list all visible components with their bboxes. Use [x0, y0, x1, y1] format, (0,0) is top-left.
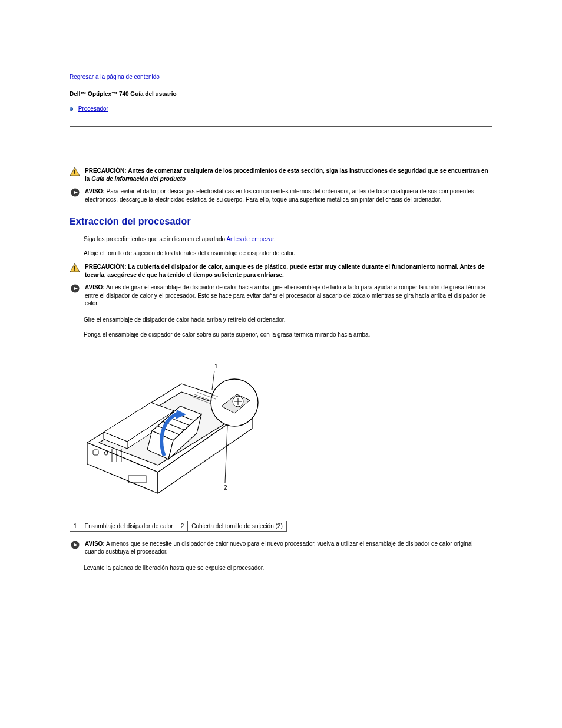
notice-icon: [70, 284, 80, 308]
notice-text-3: A menos que se necesite un disipador de …: [85, 541, 473, 555]
notice-label: AVISO:: [85, 188, 105, 195]
caution-block: PRECAUCIÓN: Antes de comenzar cualquiera…: [70, 167, 492, 183]
cell-num-2: 2: [177, 521, 188, 531]
svg-text:2: 2: [224, 485, 227, 491]
svg-rect-6: [74, 266, 75, 269]
toc-link-procesador[interactable]: Procesador: [78, 106, 108, 112]
step-3: Gire el ensamblaje de disipador de calor…: [84, 316, 492, 339]
notice-block: AVISO: Para evitar el daño por descargas…: [70, 187, 492, 203]
caution-block-2: PRECAUCIÓN: La cubierta del disipador de…: [70, 263, 492, 279]
notice-block-3: AVISO: A menos que se necesite un disipa…: [70, 540, 492, 556]
caution-em: Guía de información del producto: [91, 176, 186, 182]
back-to-contents-link[interactable]: Regresar a la página de contenido: [70, 74, 160, 80]
caution-text-2: La cubierta del disipador de calor, aunq…: [85, 263, 485, 278]
step-1: Siga los procedimientos que se indican e…: [84, 235, 492, 243]
cell-num-1: 1: [70, 521, 81, 531]
caution-label: PRECAUCIÓN:: [85, 167, 127, 174]
doc-subtitle: Dell™ Optiplex™ 740 Guía del usuario: [70, 91, 492, 97]
parts-table: 1 Ensamblaje del disipador de calor 2 Cu…: [70, 521, 287, 532]
toc-row: Procesador: [70, 106, 492, 112]
figure-svg: 1 2: [75, 360, 264, 502]
link-antes-de-empezar[interactable]: Antes de empezar: [226, 236, 274, 242]
bullet-icon: [70, 107, 73, 111]
figure-heatsink: 1 2: [75, 360, 492, 503]
step-1-text: Siga los procedimientos que se indican e…: [84, 236, 225, 242]
notice-icon: [70, 187, 80, 203]
svg-line-36: [212, 371, 214, 390]
svg-rect-2: [74, 173, 75, 174]
svg-rect-1: [74, 170, 75, 173]
notice-text: Para evitar el daño por descargas electr…: [85, 188, 474, 203]
cell-text-1: Ensamblaje del disipador de calor: [81, 521, 177, 531]
section-heading: Extracción del procesador: [70, 216, 492, 227]
step-1-tail: .: [274, 236, 276, 242]
step-2: Afloje el tornillo de sujeción de los la…: [84, 249, 492, 258]
svg-rect-7: [74, 269, 75, 271]
warning-icon: [70, 263, 80, 279]
step-3b-text: Ponga el ensamblaje de disipador de calo…: [84, 331, 492, 339]
notice-label-2: AVISO:: [85, 284, 105, 291]
warning-icon: [70, 167, 80, 183]
caution-label-2: PRECAUCIÓN:: [85, 263, 127, 270]
notice-label-3: AVISO:: [85, 541, 105, 547]
notice-icon: [70, 540, 80, 556]
step-4: Levante la palanca de liberación hasta q…: [84, 564, 492, 572]
svg-text:1: 1: [214, 363, 218, 370]
cell-text-2: Cubierta del tornillo de sujeción (2): [188, 521, 287, 531]
notice-block-2: AVISO: Antes de girar el ensamblaje de d…: [70, 284, 492, 308]
step-3a-text: Gire el ensamblaje de disipador de calor…: [84, 316, 492, 324]
table-row: 1 Ensamblaje del disipador de calor 2 Cu…: [70, 521, 287, 531]
notice-text-2: Antes de girar el ensamblaje de disipado…: [85, 284, 486, 307]
